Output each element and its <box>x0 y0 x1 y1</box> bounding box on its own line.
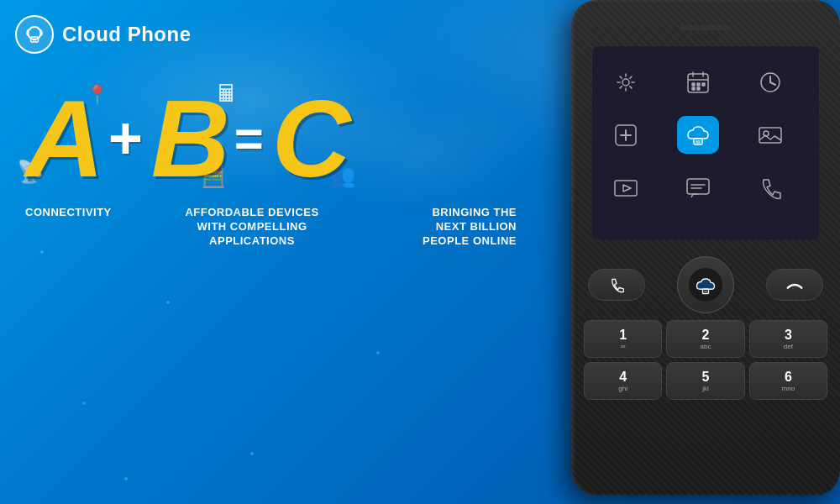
main-content: 📡 📍 A + 🖩 🧮 B = 👥 C CONNECTIVITY AFFORDA <box>25 76 546 504</box>
svg-rect-9 <box>692 83 695 86</box>
label-connectivity: CONNECTIVITY <box>25 206 155 249</box>
phone-screen <box>592 46 819 239</box>
label-billion: BRINGING THENEXT BILLIONPEOPLE ONLINE <box>349 206 517 249</box>
svg-point-4 <box>622 79 629 86</box>
logo-icon <box>15 15 54 54</box>
app-title: Cloud Phone <box>62 23 191 46</box>
num-row-1: 1 ∞ 2 abc 3 def <box>584 320 827 358</box>
key-4-num: 4 <box>619 370 627 384</box>
letter-c: C <box>272 77 347 200</box>
svg-rect-23 <box>759 128 781 143</box>
header: Cloud Phone <box>15 15 191 54</box>
letter-a: A <box>25 77 100 200</box>
center-logo-button[interactable] <box>677 256 734 313</box>
key-3-letters: def <box>784 343 793 350</box>
label-affordable: AFFORDABLE DEVICESWITH COMPELLINGAPPLICA… <box>155 206 349 249</box>
key-5-num: 5 <box>702 370 710 384</box>
key-2-num: 2 <box>702 328 710 342</box>
svg-rect-13 <box>697 87 700 90</box>
phone-keypad: 1 ∞ 2 abc 3 def 4 ghi 5 <box>584 256 827 400</box>
app-grid <box>601 59 811 211</box>
key-2-letters: abc <box>701 343 711 350</box>
video-app-icon[interactable] <box>605 169 647 207</box>
connectivity-text: CONNECTIVITY <box>25 206 112 218</box>
key-1-num: 1 <box>619 328 627 342</box>
equals-operator: = <box>234 113 264 164</box>
key-6-letters: mno <box>782 385 795 392</box>
plus-operator: + <box>108 109 143 168</box>
phone-body: 1 ∞ 2 abc 3 def 4 ghi 5 <box>571 0 840 496</box>
key-1-letters: ∞ <box>621 343 626 350</box>
phone-container: 1 ∞ 2 abc 3 def 4 ghi 5 <box>538 0 840 504</box>
key-5-letters: jkl <box>702 385 709 392</box>
equation-row: 📡 📍 A + 🖩 🧮 B = 👥 C <box>25 84 546 193</box>
key-4-letters: ghi <box>618 385 627 392</box>
nav-buttons <box>584 256 827 313</box>
svg-rect-25 <box>615 181 637 196</box>
center-logo <box>689 268 722 302</box>
key-3-num: 3 <box>785 328 792 342</box>
num-row-2: 4 ghi 5 jkl 6 mno <box>584 362 827 400</box>
svg-rect-27 <box>687 179 709 194</box>
calendar-app-icon[interactable] <box>677 63 719 101</box>
clock-app-icon[interactable] <box>749 63 791 101</box>
svg-rect-12 <box>692 87 695 90</box>
end-button[interactable] <box>766 269 823 301</box>
svg-rect-11 <box>702 83 705 86</box>
svg-marker-26 <box>623 185 631 192</box>
key-6[interactable]: 6 mno <box>749 362 827 400</box>
svg-rect-10 <box>697 83 700 86</box>
key-1[interactable]: 1 ∞ <box>584 320 662 358</box>
letter-b: B <box>151 77 226 200</box>
gallery-app-icon[interactable] <box>749 116 791 154</box>
key-5[interactable]: 5 jkl <box>666 362 744 400</box>
letter-c-wrapper: 👥 C <box>272 84 347 193</box>
svg-line-16 <box>770 82 775 85</box>
phone-speaker <box>680 25 731 30</box>
letter-a-wrapper: 📡 📍 A <box>25 84 100 193</box>
key-4[interactable]: 4 ghi <box>584 362 662 400</box>
settings-app-icon[interactable] <box>605 63 647 101</box>
add-app-icon[interactable] <box>605 116 647 154</box>
key-2[interactable]: 2 abc <box>666 320 744 358</box>
key-3[interactable]: 3 def <box>749 320 827 358</box>
cloudphone-app-icon[interactable] <box>677 116 719 154</box>
letter-b-wrapper: 🖩 🧮 B <box>151 84 226 193</box>
key-6-num: 6 <box>785 370 792 384</box>
messages-app-icon[interactable] <box>677 169 719 207</box>
labels-row: CONNECTIVITY AFFORDABLE DEVICESWITH COMP… <box>25 206 546 249</box>
phone-app-icon[interactable] <box>749 169 791 207</box>
call-button[interactable] <box>588 269 645 301</box>
